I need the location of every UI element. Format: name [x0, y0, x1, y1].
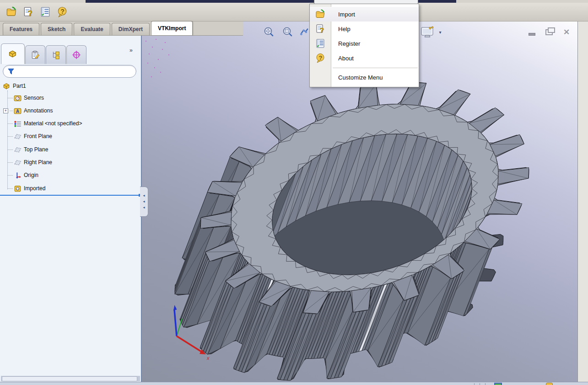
imported-icon: [14, 185, 22, 192]
svg-text:?: ?: [60, 8, 65, 15]
collapse-arrow-icon: ◂: [143, 206, 145, 209]
register-icon: [39, 6, 51, 18]
tree-item-label: Imported: [24, 185, 45, 192]
tree-item-sensors[interactable]: Sensors: [14, 92, 44, 103]
scrollbar-thumb[interactable]: [2, 376, 137, 381]
tree-filter-input[interactable]: [17, 68, 136, 75]
menu-anchor-stub: [314, 0, 418, 4]
menu-item-help[interactable]: ? Help: [310, 21, 419, 36]
display-dropdown-caret[interactable]: ▾: [437, 29, 443, 36]
task-pane-strip[interactable]: [577, 21, 588, 382]
tree-item-label: Material <not specified>: [24, 120, 82, 127]
tab-evaluate[interactable]: Evaluate: [74, 23, 110, 35]
dimxpertmanager-icon: [72, 50, 81, 59]
menu-item-register[interactable]: Register: [310, 36, 419, 51]
tab-dimxpert[interactable]: DimXpert: [112, 23, 150, 35]
annotations-icon: A: [14, 107, 22, 115]
close-button[interactable]: ✕: [560, 27, 573, 37]
tree-item-origin[interactable]: Origin: [14, 170, 38, 181]
command-manager-tabs: Features Sketch Evaluate DimXpert VTKImp…: [0, 21, 243, 36]
about-icon: ?: [56, 6, 68, 18]
svg-text:?: ?: [320, 26, 324, 34]
status-tick: [485, 383, 486, 385]
status-bar: [0, 382, 588, 385]
app-window: x ▾: [0, 0, 588, 385]
tree-item-label: Front Plane: [24, 133, 52, 139]
panel-horizontal-scrollbar[interactable]: [1, 376, 140, 381]
tab-vtkimport[interactable]: VTKImport: [151, 21, 193, 35]
sensors-icon: [14, 94, 22, 102]
tree-item-material[interactable]: Material <not specified>: [14, 118, 82, 129]
propertymanager-icon: [31, 50, 40, 59]
configurationmanager-icon: [51, 50, 60, 59]
status-display-icon[interactable]: [494, 383, 502, 385]
tree-item-top-plane[interactable]: Top Plane: [14, 144, 48, 155]
display-settings-button[interactable]: [419, 25, 437, 39]
svg-text:A: A: [16, 109, 20, 114]
menu-item-label: Help: [331, 26, 351, 32]
zoom-to-area-button[interactable]: [281, 25, 295, 40]
zoom-to-fit-icon: [263, 27, 275, 38]
tab-features[interactable]: Features: [3, 23, 39, 35]
about-icon: ?: [310, 53, 331, 64]
display-settings-icon: [421, 26, 435, 38]
minimize-icon: [529, 33, 535, 36]
minimize-button[interactable]: [525, 27, 538, 37]
collapse-arrow-icon: ◂: [143, 194, 145, 198]
main-toolbar: ? ?: [0, 3, 588, 21]
filter-icon: [8, 68, 14, 75]
status-tag-icon[interactable]: [546, 383, 553, 385]
tab-propertymanager[interactable]: [25, 45, 45, 64]
zoom-to-fit-button[interactable]: [262, 25, 276, 40]
close-icon: ✕: [563, 27, 570, 37]
register-button[interactable]: [38, 5, 52, 19]
origin-icon: [14, 171, 22, 179]
view-orientation-button[interactable]: [298, 24, 309, 40]
tree-item-annotations[interactable]: A Annotations: [14, 105, 53, 116]
tree-item-front-plane[interactable]: Front Plane: [14, 131, 52, 142]
menu-item-import[interactable]: Import: [310, 7, 419, 21]
help-icon: ?: [22, 6, 34, 18]
tree-item-right-plane[interactable]: Right Plane: [14, 157, 52, 168]
help-icon: ?: [310, 23, 331, 34]
rollback-bar[interactable]: [0, 195, 140, 196]
tab-sketch[interactable]: Sketch: [41, 23, 72, 35]
chevron-down-icon: ▾: [439, 30, 441, 35]
tree-item-label: Top Plane: [24, 146, 48, 153]
svg-text:?: ?: [28, 9, 32, 17]
tree-item-label: Right Plane: [24, 159, 52, 166]
part-icon: [3, 82, 11, 90]
menu-item-label: About: [331, 55, 354, 62]
collapse-arrow-icon: ◂: [143, 200, 145, 203]
tab-configurationmanager[interactable]: [46, 45, 66, 64]
plane-icon: [14, 159, 22, 166]
plane-icon: [14, 133, 22, 140]
import-icon: [5, 6, 17, 18]
tree-item-label: Annotations: [24, 107, 53, 114]
manager-overflow-chevron[interactable]: »: [129, 47, 133, 53]
plane-icon: [14, 146, 22, 154]
panel-collapse-splitter[interactable]: ◂ ◂ ◂: [140, 187, 148, 217]
tree-connector: [7, 91, 8, 189]
menu-item-about[interactable]: ? About: [310, 51, 419, 65]
view-orientation-icon: [298, 25, 309, 39]
tree-item-part[interactable]: Part1: [3, 80, 26, 91]
menu-separator: [333, 68, 418, 68]
tree-item-imported[interactable]: Imported: [14, 183, 45, 194]
tree-filter-box[interactable]: [3, 65, 136, 78]
expand-toggle[interactable]: +: [3, 108, 8, 113]
tab-dimxpertmanager[interactable]: [66, 45, 86, 64]
restore-button[interactable]: [543, 27, 556, 37]
import-button[interactable]: [5, 5, 18, 19]
svg-text:x: x: [206, 355, 210, 361]
about-button[interactable]: ?: [55, 5, 69, 19]
tree-item-label: Origin: [24, 172, 38, 178]
material-icon: [14, 120, 22, 128]
import-icon: [310, 9, 331, 20]
zoom-to-area-icon: [282, 27, 294, 38]
register-icon: [310, 38, 331, 49]
tab-featuremanager[interactable]: [1, 43, 25, 64]
tree-item-label: Part1: [13, 83, 26, 89]
help-button[interactable]: ?: [22, 5, 35, 19]
status-tick: [474, 383, 475, 385]
